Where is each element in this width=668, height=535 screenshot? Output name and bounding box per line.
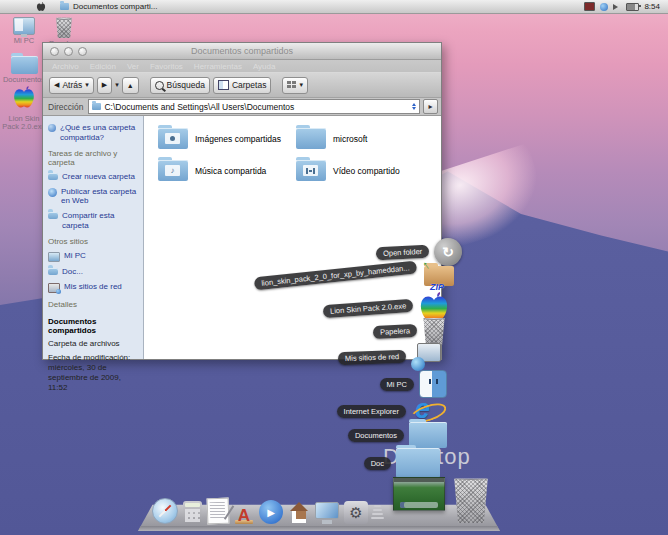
menu-bar: Documentos comparti... 8:54	[0, 0, 668, 14]
fan-item-doc[interactable]: Doc	[364, 448, 440, 478]
file-imagenes-compartidas[interactable]: Imágenes compartidas	[158, 128, 281, 149]
globe-icon	[48, 188, 57, 197]
help-icon	[48, 124, 56, 132]
forward-button[interactable]: ▶	[97, 77, 112, 94]
address-dropdown-icon[interactable]	[412, 101, 416, 112]
calculator-icon[interactable]	[183, 501, 202, 524]
place-doc[interactable]: Doc...	[48, 267, 138, 277]
go-button[interactable]: ▸	[423, 99, 438, 114]
back-dropdown-icon[interactable]: ▾	[85, 81, 89, 89]
computer-icon	[48, 252, 60, 262]
task-new-folder[interactable]: Crear nueva carpeta	[48, 172, 138, 182]
task-share-folder[interactable]: Compartir esta carpeta	[48, 211, 138, 230]
fan-label: Documentos	[348, 429, 404, 442]
menu-favoritos[interactable]: Favoritos	[150, 62, 183, 71]
menu-ver[interactable]: Ver	[127, 62, 139, 71]
up-button[interactable]: ▲	[122, 77, 139, 94]
folder-video-icon	[296, 160, 326, 181]
fan-item-zip[interactable]: lion_skin_pack_2_0_for_xp_by_hameddan...…	[254, 260, 456, 290]
home-icon[interactable]	[288, 502, 310, 524]
trash-icon	[422, 317, 446, 345]
views-grid-icon	[287, 81, 296, 89]
menu-ayuda[interactable]: Ayuda	[253, 62, 276, 71]
apple-menu-icon[interactable]	[36, 2, 46, 12]
details-folder-type: Carpeta de archivos	[48, 339, 138, 348]
place-label: Mis sitios de red	[64, 282, 122, 292]
title-bar[interactable]: Documentos compartidos	[43, 43, 441, 60]
network-places-icon	[411, 343, 441, 371]
desktop-icon-documentos[interactable]: Documentos	[1, 53, 47, 85]
views-dropdown-icon: ▾	[299, 81, 303, 89]
folder-icon	[48, 268, 58, 275]
textedit-icon[interactable]	[207, 498, 230, 525]
fan-item-papelera[interactable]: Papelera	[373, 317, 446, 345]
search-label: Búsqueda	[167, 80, 205, 90]
help-link[interactable]: ¿Qué es una carpeta compartida?	[48, 123, 138, 142]
folder-icon	[396, 448, 440, 478]
a-tool-icon[interactable]: A	[234, 502, 254, 524]
task-label: Crear nueva carpeta	[62, 172, 135, 182]
safari-icon[interactable]	[152, 498, 178, 524]
fan-item-mis-sitios-de-red[interactable]: Mis sitios de red	[338, 343, 441, 371]
file-musica-compartida[interactable]: ♪ Música compartida	[158, 160, 266, 181]
views-button[interactable]: ▾	[282, 77, 308, 94]
help-link-label: ¿Qué es una carpeta compartida?	[60, 123, 138, 142]
display-status-icon[interactable]	[584, 2, 595, 11]
display-icon[interactable]	[315, 502, 339, 524]
folder-icon	[409, 422, 447, 448]
details-folder-name: Documentos compartidos	[48, 317, 138, 335]
file-label: microsoft	[333, 134, 367, 144]
battery-icon[interactable]	[626, 3, 639, 11]
up-arrow-icon: ▲	[127, 82, 134, 89]
dock: A ▶ ⚙	[152, 492, 388, 524]
folders-button[interactable]: Carpetas	[213, 77, 272, 94]
network-globe-icon[interactable]	[600, 3, 608, 11]
rainbow-apple-icon	[12, 86, 36, 110]
toolbar: ◀ Atrás ▾ ▶ ▾ ▲ Búsqueda Carpetas ▾	[43, 72, 441, 98]
volume-icon[interactable]	[613, 4, 621, 10]
quicktime-icon[interactable]: ▶	[259, 500, 283, 524]
folder-icon	[48, 173, 58, 180]
trash-icon	[55, 17, 73, 38]
desktop-icon-lion-skin-pack[interactable]: Lion Skin Pack 2.0.exe	[1, 86, 47, 132]
place-label: Doc...	[62, 267, 83, 277]
active-app-title[interactable]: Documentos comparti...	[73, 2, 157, 11]
file-microsoft[interactable]: microsoft	[296, 128, 367, 149]
back-button[interactable]: ◀ Atrás ▾	[49, 77, 94, 94]
address-input[interactable]: C:\Documents and Settings\All Users\Docu…	[88, 99, 420, 114]
details-modified-date: Fecha de modificación: miércoles, 30 de …	[48, 353, 138, 393]
window-menu-bar: Archivo Edición Ver Favoritos Herramient…	[43, 60, 441, 72]
place-network[interactable]: Mis sitios de red	[48, 282, 138, 293]
fan-item-mi-pc[interactable]: Mi PC	[380, 370, 447, 398]
fan-label: Doc	[364, 457, 391, 470]
menu-edicion[interactable]: Edición	[90, 62, 116, 71]
active-app-folder-icon	[60, 3, 69, 10]
file-video-compartido[interactable]: Vídeo compartido	[296, 160, 400, 181]
fan-label: Internet Explorer	[337, 405, 406, 418]
places-header: Otros sitios	[48, 237, 138, 246]
folder-icon	[296, 128, 326, 149]
details-header: Detalles	[48, 300, 138, 309]
place-mi-pc[interactable]: Mi PC	[48, 251, 138, 262]
forward-arrow-icon: ▶	[102, 81, 107, 89]
dock-separator	[371, 505, 384, 519]
fan-label: Mi PC	[380, 378, 414, 391]
task-pane: ¿Qué es una carpeta compartida? Tareas d…	[43, 116, 144, 359]
zip-archive-icon: ↑ZIP	[422, 260, 456, 290]
menu-herramientas[interactable]: Herramientas	[194, 62, 242, 71]
menu-archivo[interactable]: Archivo	[52, 62, 79, 71]
task-publish-web[interactable]: Publicar esta carpeta en Web	[48, 187, 138, 206]
menubar-clock[interactable]: 8:54	[644, 2, 660, 11]
task-label: Compartir esta carpeta	[62, 211, 138, 230]
system-preferences-icon[interactable]: ⚙	[344, 501, 368, 524]
fan-label: Lion Skin Pack 2.0.exe	[322, 298, 413, 317]
fan-label: lion_skin_pack_2_0_for_xp_by_hameddan...	[254, 260, 417, 290]
back-arrow-icon: ◀	[54, 81, 59, 89]
search-button[interactable]: Búsqueda	[150, 77, 210, 94]
forward-dropdown-icon[interactable]: ▾	[115, 81, 119, 89]
desktop-icon-label: Lion Skin Pack 2.0.exe	[1, 115, 47, 132]
dock-picture-thumbnail[interactable]	[393, 477, 445, 511]
file-label: Música compartida	[195, 166, 266, 176]
dock-trash-icon[interactable]	[452, 477, 490, 523]
folder-icon	[11, 56, 38, 74]
